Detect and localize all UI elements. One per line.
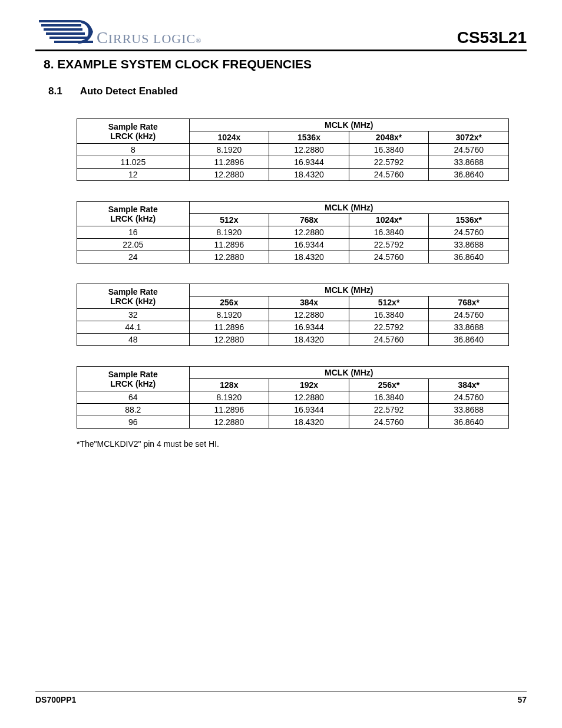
mclk-cell: 16.9344	[269, 321, 349, 334]
sample-rate-header: Sample RateLRCK (kHz)	[77, 119, 190, 144]
sample-rate-cell: 12	[77, 169, 190, 181]
sample-rate-cell: 48	[77, 334, 190, 346]
svg-rect-5	[54, 41, 93, 43]
sample-rate-cell: 64	[77, 391, 190, 404]
sample-rate-header: Sample RateLRCK (kHz)	[77, 284, 190, 309]
mclk-cell: 16.3840	[349, 391, 429, 404]
page-footer: DS700PP1 57	[35, 691, 527, 704]
clock-frequency-table: Sample RateLRCK (kHz)MCLK (MHz)128x192x2…	[77, 366, 509, 429]
clock-frequency-table: Sample RateLRCK (kHz)MCLK (MHz)512x768x1…	[77, 201, 509, 263]
table-row: 4812.288018.432024.576036.8640	[77, 334, 509, 346]
sample-rate-cell: 22.05	[77, 239, 190, 251]
mclk-cell: 8.1920	[189, 144, 269, 156]
mclk-cell: 12.2880	[189, 169, 269, 181]
mclk-header: MCLK (MHz)	[189, 367, 508, 379]
svg-rect-1	[41, 24, 81, 27]
mclk-cell: 24.5760	[429, 309, 509, 321]
mclk-cell: 24.5760	[429, 226, 509, 239]
multiplier-header: 1536x*	[429, 214, 509, 226]
multiplier-header: 384x*	[429, 379, 509, 391]
page-header: CIRRUS LOGIC® CS53L21	[35, 17, 527, 47]
mclk-cell: 36.8640	[429, 416, 509, 429]
svg-rect-3	[46, 32, 85, 35]
mclk-cell: 36.8640	[429, 334, 509, 346]
mclk-cell: 22.5792	[349, 404, 429, 416]
mclk-header: MCLK (MHz)	[189, 119, 508, 131]
mclk-cell: 33.8688	[429, 321, 509, 334]
mclk-cell: 11.2896	[189, 239, 269, 251]
mclk-cell: 24.5760	[349, 251, 429, 263]
mclk-cell: 18.4320	[269, 334, 349, 346]
subsection-title: Auto Detect Enabled	[80, 85, 178, 97]
sample-rate-header: Sample RateLRCK (kHz)	[77, 202, 190, 226]
multiplier-header: 768x*	[429, 297, 509, 309]
multiplier-header: 3072x*	[429, 131, 509, 144]
mclk-cell: 36.8640	[429, 169, 509, 181]
mclk-cell: 33.8688	[429, 239, 509, 251]
mclk-cell: 12.2880	[269, 144, 349, 156]
sample-rate-cell: 44.1	[77, 321, 190, 334]
mclk-cell: 22.5792	[349, 321, 429, 334]
sample-rate-cell: 11.025	[77, 156, 190, 169]
table-row: 44.111.289616.934422.579233.8688	[77, 321, 509, 334]
mclk-cell: 16.3840	[349, 144, 429, 156]
footer-rule	[35, 691, 527, 691]
mclk-cell: 22.5792	[349, 239, 429, 251]
multiplier-header: 2048x*	[349, 131, 429, 144]
mclk-cell: 8.1920	[189, 391, 269, 404]
mclk-cell: 16.9344	[269, 404, 349, 416]
multiplier-header: 192x	[269, 379, 349, 391]
mclk-cell: 11.2896	[189, 156, 269, 169]
mclk-cell: 16.9344	[269, 156, 349, 169]
subsection-number: 8.1	[48, 85, 62, 97]
multiplier-header: 384x	[269, 297, 349, 309]
mclk-cell: 16.3840	[349, 226, 429, 239]
mclk-cell: 18.4320	[269, 169, 349, 181]
mclk-cell: 12.2880	[189, 416, 269, 429]
mclk-cell: 36.8640	[429, 251, 509, 263]
svg-rect-0	[39, 20, 80, 22]
svg-rect-2	[44, 28, 82, 31]
multiplier-header: 256x*	[349, 379, 429, 391]
mclk-cell: 16.3840	[349, 309, 429, 321]
mclk-cell: 12.2880	[269, 309, 349, 321]
sample-rate-header: Sample RateLRCK (kHz)	[77, 367, 190, 391]
multiplier-header: 1536x	[269, 131, 349, 144]
company-logo: CIRRUS LOGIC®	[35, 17, 201, 47]
table-row: 22.0511.289616.934422.579233.8688	[77, 239, 509, 251]
multiplier-header: 256x	[189, 297, 269, 309]
tables-container: Sample RateLRCK (kHz)MCLK (MHz)1024x1536…	[35, 118, 527, 449]
sample-rate-cell: 88.2	[77, 404, 190, 416]
table-row: 88.211.289616.934422.579233.8688	[77, 404, 509, 416]
mclk-cell: 12.2880	[269, 226, 349, 239]
mclk-cell: 33.8688	[429, 404, 509, 416]
mclk-cell: 12.2880	[189, 251, 269, 263]
multiplier-header: 512x*	[349, 297, 429, 309]
mclk-cell: 12.2880	[269, 391, 349, 404]
sample-rate-cell: 96	[77, 416, 190, 429]
header-rule	[35, 50, 527, 51]
mclk-cell: 24.5760	[349, 169, 429, 181]
svg-rect-4	[49, 37, 88, 39]
mclk-cell: 18.4320	[269, 251, 349, 263]
multiplier-header: 128x	[189, 379, 269, 391]
sample-rate-cell: 32	[77, 309, 190, 321]
mclk-cell: 24.5760	[429, 144, 509, 156]
mclk-cell: 8.1920	[189, 309, 269, 321]
mclk-cell: 11.2896	[189, 321, 269, 334]
multiplier-header: 768x	[269, 214, 349, 226]
clock-frequency-table: Sample RateLRCK (kHz)MCLK (MHz)1024x1536…	[77, 118, 509, 181]
sample-rate-cell: 16	[77, 226, 190, 239]
footer-docid: DS700PP1	[35, 695, 76, 704]
cirrus-wave-icon	[35, 17, 94, 47]
sample-rate-cell: 24	[77, 251, 190, 263]
table-row: 2412.288018.432024.576036.8640	[77, 251, 509, 263]
multiplier-header: 1024x*	[349, 214, 429, 226]
mclk-cell: 24.5760	[349, 416, 429, 429]
table-row: 11.02511.289616.934422.579233.8688	[77, 156, 509, 169]
mclk-cell: 12.2880	[189, 334, 269, 346]
table-row: 648.192012.288016.384024.5760	[77, 391, 509, 404]
multiplier-header: 512x	[189, 214, 269, 226]
mclk-cell: 8.1920	[189, 226, 269, 239]
mclk-cell: 24.5760	[429, 391, 509, 404]
